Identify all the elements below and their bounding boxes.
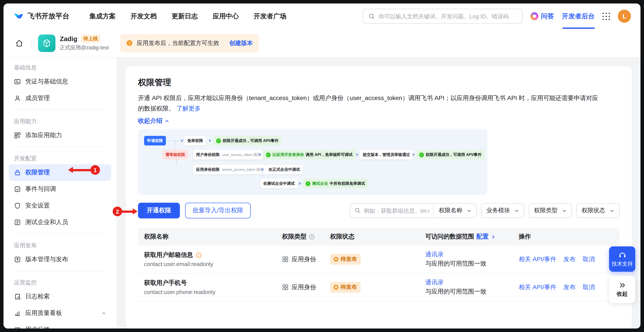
alert-text: 应用发布后，当前配置方可生效: [137, 39, 219, 47]
check-icon: ✓: [419, 152, 424, 157]
check-icon: ✓: [266, 152, 271, 157]
flow-test-success-node: ✓ 测试企业中所有权限免审调试: [302, 179, 368, 188]
tech-support-button[interactable]: 技术支持: [609, 246, 635, 272]
home-button[interactable]: [13, 37, 25, 49]
annotation-arrow-1: 1: [68, 165, 100, 175]
event-callback-icon: [14, 186, 21, 193]
tech-support-label: 技术支持: [612, 260, 633, 267]
description-text: 开通 API 权限后，应用才能以应用身份（tenant_access_token…: [138, 94, 598, 112]
scope-description: 与应用的可用范围一致: [425, 260, 519, 268]
qa-icon: [530, 12, 538, 20]
create-version-link[interactable]: 创建版本: [229, 39, 253, 47]
tab-developer-console[interactable]: 开发者后台: [562, 4, 595, 29]
nav-item-docs[interactable]: 开发文档: [130, 12, 157, 20]
filter-status-select[interactable]: 权限状态: [576, 203, 620, 218]
group-label-basic: 基础信息: [4, 59, 116, 73]
check-icon: ✓: [216, 138, 221, 143]
sidebar-item-label: 凭证与基础信息: [25, 78, 68, 86]
batch-import-export-button[interactable]: 批量导入/导出权限: [185, 203, 250, 218]
nav-item-developer-plaza[interactable]: 开发者广场: [254, 12, 286, 20]
primary-nav: 集成方案 开发文档 更新日志 应用中心 开发者广场: [90, 12, 286, 20]
qa-link[interactable]: 问答: [530, 12, 554, 20]
nav-item-app-center[interactable]: 应用中心: [213, 12, 239, 20]
open-permission-button[interactable]: 开通权限: [138, 203, 180, 218]
filter-module-select[interactable]: 业务模块: [481, 203, 524, 218]
nav-item-integration[interactable]: 集成方案: [90, 12, 116, 20]
divider: [14, 271, 106, 271]
shield-icon: [14, 202, 21, 209]
feishu-logo-icon: [13, 11, 24, 22]
sidebar-item-credentials[interactable]: 凭证与基础信息: [9, 73, 111, 90]
sidebar-item-log-search[interactable]: 日志检索: [9, 288, 111, 305]
collapse-panel-label: 收起: [617, 290, 628, 298]
annotation-line: [73, 169, 90, 171]
publish-link[interactable]: 发布: [564, 283, 576, 291]
sidebar-item-user-feedback[interactable]: 用户反馈: [9, 321, 111, 328]
header-data-scope: 可访问的数据范围 配置: [425, 233, 519, 241]
collapse-panel-button[interactable]: 收起: [609, 276, 635, 303]
publish-link[interactable]: 发布: [564, 255, 576, 263]
permission-code: contact:user.email:readonly: [144, 261, 282, 267]
app-logo-icon[interactable]: [38, 34, 56, 52]
apps-grid-icon[interactable]: [602, 13, 610, 20]
flow-review-node: 需审核权限: [162, 150, 188, 159]
app-identity-icon: [282, 256, 288, 262]
header-permission-type: 权限类型 ?: [282, 233, 330, 241]
permission-search[interactable]: 权限名称: [350, 203, 477, 218]
sidebar-item-version-release[interactable]: 版本管理与发布: [9, 251, 111, 268]
status-badge: 待发布: [330, 254, 360, 265]
sidebar-item-add-capability[interactable]: 添加应用能力: [9, 127, 111, 144]
sidebar-item-label: 测试企业和人员: [25, 218, 68, 226]
learn-more-link[interactable]: 了解更多: [176, 105, 201, 112]
test-org-icon: [14, 219, 21, 226]
permission-name: 获取用户邮箱信息: [144, 251, 193, 259]
brand[interactable]: 飞书开放平台: [13, 11, 70, 22]
question-circle-icon[interactable]: ?: [309, 234, 315, 240]
global-search-input[interactable]: [378, 13, 517, 20]
app-subtitle: 正式应用@zadig-test: [60, 44, 109, 52]
flow-free-node: 免审权限: [184, 136, 206, 145]
header-permission-status: 权限状态: [330, 233, 425, 241]
filter-label: 业务模块: [486, 207, 510, 214]
pause-icon: [334, 257, 338, 262]
search-icon: [368, 13, 375, 20]
flow-free-success-node: ✓ 权限开通成功，可调用 API/事件: [213, 136, 282, 145]
sidebar-item-test-org[interactable]: 测试企业和人员: [9, 214, 111, 231]
scope-config-link[interactable]: 配置: [476, 233, 488, 241]
filter-permission-name-select[interactable]: 权限名称: [434, 207, 476, 214]
sidebar-item-quality-board[interactable]: 应用质量看板: [9, 305, 111, 321]
warning-circle-icon[interactable]: [196, 252, 202, 258]
flow-user-identity-node: 用户身份权限user_access_token 调用: [193, 150, 263, 159]
divider: [14, 147, 106, 147]
related-api-link[interactable]: 相关 API/事件: [519, 283, 556, 291]
check-icon: ✓: [306, 181, 310, 186]
sidebar-item-members[interactable]: 成员管理: [9, 90, 111, 107]
cancel-link[interactable]: 取消: [583, 255, 595, 263]
permission-search-input[interactable]: [364, 207, 429, 214]
chevron-down-icon: [562, 208, 567, 213]
collapse-intro-label: 收起介绍: [138, 117, 162, 125]
pause-icon: [334, 285, 338, 290]
sidebar-item-label: 版本管理与发布: [25, 255, 68, 263]
avatar[interactable]: L: [618, 10, 631, 23]
divider: [14, 110, 106, 110]
chevron-up-icon: [164, 119, 170, 123]
collapse-intro-link[interactable]: 收起介绍: [138, 117, 620, 125]
scope-link[interactable]: 通讯录: [425, 279, 519, 286]
global-search[interactable]: [363, 9, 522, 24]
log-search-icon: [14, 293, 21, 300]
nav-item-changelog[interactable]: 更新日志: [172, 12, 198, 20]
scope-link[interactable]: 通讯录: [425, 251, 519, 259]
related-api-link[interactable]: 相关 API/事件: [519, 255, 556, 263]
topnav-right: 问答 开发者后台 L: [363, 4, 631, 29]
screen: 飞书开放平台 集成方案 开发文档 更新日志 应用中心 开发者广场: [0, 0, 644, 332]
filter-label: 权限名称: [439, 207, 462, 214]
chevron-down-icon: [467, 208, 472, 213]
table-row: 获取用户手机号 contact:user.phone:readonly: [138, 273, 620, 301]
sidebar-item-security[interactable]: 安全设置: [9, 197, 111, 214]
sidebar-item-label: 用户反馈: [25, 326, 50, 328]
sidebar-item-events[interactable]: 事件与回调: [9, 181, 111, 197]
browser-window: 飞书开放平台 集成方案 开发文档 更新日志 应用中心 开发者广场: [4, 4, 640, 328]
filter-type-select[interactable]: 权限类型: [529, 203, 572, 218]
cancel-link[interactable]: 取消: [583, 283, 595, 291]
